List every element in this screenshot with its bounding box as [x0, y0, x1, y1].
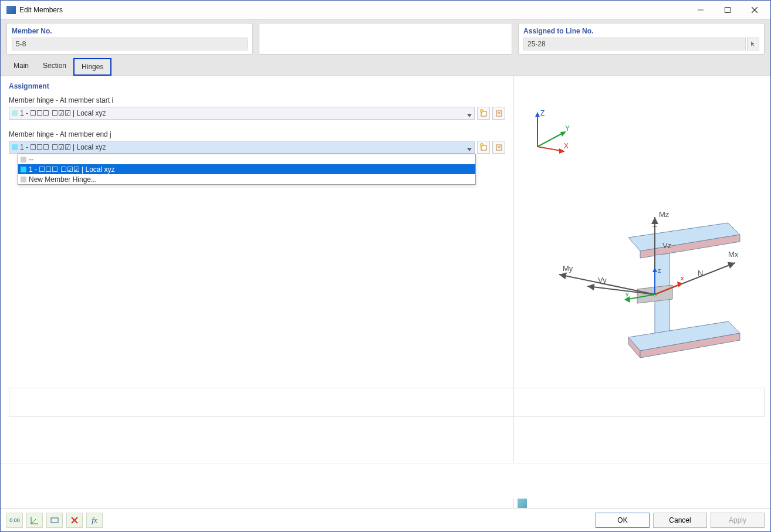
svg-point-5: [481, 110, 483, 113]
bottom-bar: 0.00 fx OK Cancel Apply: [1, 508, 770, 531]
svg-line-17: [537, 133, 563, 147]
hinge-start-label: Member hinge - At member start i: [9, 96, 505, 104]
ok-button[interactable]: OK: [596, 513, 650, 528]
maximize-button[interactable]: [714, 1, 741, 19]
svg-marker-15: [535, 112, 540, 117]
tab-main[interactable]: Main: [6, 58, 36, 76]
color-swatch-icon: [21, 167, 26, 172]
app-icon: [6, 6, 16, 14]
new-file-icon: [479, 109, 488, 117]
svg-line-39: [559, 275, 655, 294]
svg-text:x: x: [681, 275, 684, 282]
chevron-down-icon: [467, 145, 472, 153]
svg-line-54: [31, 519, 36, 524]
left-panel: Assignment Member hinge - At member star…: [1, 76, 514, 519]
hinge-end-label: Member hinge - At member end j: [9, 130, 505, 138]
hinge-start-row: 1 - ☐☐☐ ☐☑☑ | Local xyz: [9, 107, 505, 120]
edit-file-icon: [495, 143, 503, 151]
member-axis-button[interactable]: [26, 513, 43, 528]
svg-text:X: X: [564, 142, 569, 150]
axis-gizmo-icon: Z Y X: [529, 109, 576, 155]
svg-rect-55: [51, 518, 58, 523]
plane-icon: [50, 516, 59, 525]
edit-file-icon: [495, 109, 503, 117]
svg-text:N: N: [698, 269, 703, 277]
beam-diagram-icon: Mz Vz Mx N My Vy z x y: [535, 205, 746, 375]
hinge-end-dropdown-list[interactable]: -- 1 - ☐☐☐ ☐☑☑ | Local xyz New Member Hi…: [18, 154, 476, 185]
cancel-button[interactable]: Cancel: [653, 513, 707, 528]
member-no-label: Member No.: [12, 27, 248, 35]
svg-text:y: y: [625, 290, 629, 297]
svg-marker-47: [677, 282, 683, 287]
assigned-line-label: Assigned to Line No.: [523, 27, 759, 35]
color-swatch-icon: [12, 144, 18, 150]
cursor-icon: [750, 40, 757, 48]
chevron-down-icon: [467, 111, 472, 119]
dropdown-option-blank-label: --: [29, 155, 33, 164]
assigned-line-box: Assigned to Line No.: [518, 23, 765, 55]
delete-icon: [70, 516, 79, 525]
main-content: Assignment Member hinge - At member star…: [1, 76, 770, 519]
member-no-input[interactable]: [12, 38, 248, 50]
svg-point-10: [481, 144, 483, 147]
window-title: Edit Members: [19, 6, 687, 14]
svg-text:Mz: Mz: [659, 210, 669, 219]
svg-line-20: [537, 147, 561, 151]
svg-text:Vy: Vy: [598, 276, 607, 284]
viewport-3d[interactable]: Z Y X: [514, 76, 770, 493]
titlebar: Edit Members: [1, 1, 770, 19]
dropdown-option-blank[interactable]: --: [18, 154, 475, 164]
hinge-end-row: 1 - ☐☐☐ ☐☑☑ | Local xyz: [9, 141, 505, 154]
color-swatch-icon: [12, 110, 18, 116]
svg-text:Z: Z: [540, 109, 545, 117]
edit-hinge-start-button[interactable]: [492, 107, 505, 120]
hinge-end-dropdown[interactable]: 1 - ☐☐☐ ☐☑☑ | Local xyz: [9, 141, 475, 154]
pick-line-button[interactable]: [747, 38, 759, 50]
header-spacer: [259, 23, 512, 55]
dropdown-option-1-label: 1 - ☐☐☐ ☐☑☑ | Local xyz: [29, 165, 114, 174]
units-button[interactable]: 0.00: [6, 513, 23, 528]
svg-text:Mx: Mx: [728, 250, 739, 259]
color-swatch-icon: [21, 157, 26, 162]
apply-button[interactable]: Apply: [711, 513, 765, 528]
tab-section[interactable]: Section: [36, 58, 73, 76]
new-file-icon: [479, 143, 488, 151]
cube-icon[interactable]: [518, 499, 527, 508]
color-swatch-icon: [21, 177, 26, 182]
member-no-box: Member No.: [6, 23, 253, 55]
assignment-title: Assignment: [9, 82, 505, 90]
svg-text:My: My: [563, 264, 573, 273]
new-hinge-end-button[interactable]: [477, 141, 490, 154]
right-panel: Z Y X: [514, 76, 770, 519]
dropdown-option-1[interactable]: 1 - ☐☐☐ ☐☑☑ | Local xyz: [18, 164, 475, 174]
svg-rect-1: [725, 7, 731, 12]
dropdown-option-new[interactable]: New Member Hinge...: [18, 174, 475, 184]
tab-bar: Main Section Hinges: [1, 58, 770, 76]
minimize-button[interactable]: [687, 1, 714, 19]
close-button[interactable]: [741, 1, 768, 19]
hinge-start-value: 1 - ☐☐☐ ☐☑☑ | Local xyz: [20, 109, 106, 117]
edit-hinge-end-button[interactable]: [492, 141, 505, 154]
local-system-button[interactable]: [46, 513, 63, 528]
tab-hinges[interactable]: Hinges: [73, 58, 111, 76]
hinge-start-dropdown[interactable]: 1 - ☐☐☐ ☐☑☑ | Local xyz: [9, 107, 475, 120]
dropdown-option-new-label: New Member Hinge...: [29, 175, 97, 184]
svg-text:z: z: [658, 267, 661, 274]
hinge-end-value: 1 - ☐☐☐ ☐☑☑ | Local xyz: [20, 143, 106, 151]
formula-button[interactable]: fx: [86, 513, 103, 528]
axis-icon: [30, 516, 39, 525]
svg-text:Y: Y: [565, 124, 570, 133]
delete-button[interactable]: [66, 513, 83, 528]
header-row: Member No. Assigned to Line No.: [1, 19, 770, 58]
svg-text:Vz: Vz: [662, 241, 672, 250]
assigned-line-input[interactable]: [523, 38, 746, 50]
new-hinge-start-button[interactable]: [477, 107, 490, 120]
window-controls: [687, 1, 768, 19]
bottom-status: [1, 463, 770, 498]
